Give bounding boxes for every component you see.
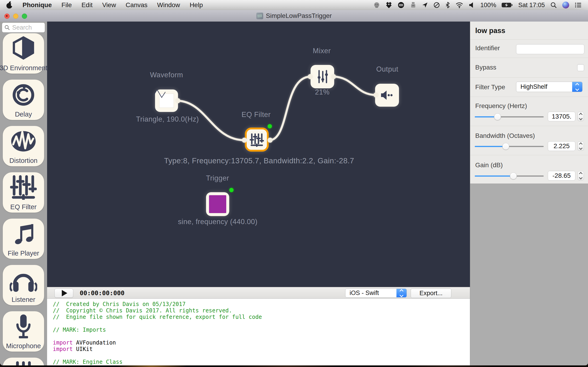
- bluetooth-icon[interactable]: [445, 2, 450, 8]
- trigger-color-swatch: [209, 195, 226, 213]
- node-label-mixer: Mixer: [313, 47, 331, 55]
- menu-help[interactable]: Help: [190, 1, 203, 9]
- robot-icon[interactable]: [410, 2, 416, 8]
- palette-item-partial[interactable]: [3, 358, 44, 365]
- timecode: 00:00:00:000: [80, 287, 124, 299]
- bandwidth-stepper[interactable]: [578, 142, 584, 151]
- port-mixer-in[interactable]: [308, 74, 313, 79]
- inspector-title: low pass: [475, 27, 505, 35]
- gain-slider-thumb[interactable]: [510, 173, 517, 179]
- palette-item-label: 3D Environment: [0, 64, 47, 72]
- bypass-label: Bypass: [475, 64, 496, 71]
- trigger-active-dot: [229, 188, 233, 192]
- gain-label: Gain (dB): [475, 161, 503, 169]
- circle-slash-icon[interactable]: [433, 2, 440, 8]
- cube-icon: [10, 35, 37, 61]
- status-icons: 100% Sat 17:05: [373, 0, 582, 10]
- node-output[interactable]: [375, 84, 399, 107]
- gain-slider[interactable]: [475, 173, 544, 179]
- code-line: // MARK: Engine Class: [53, 359, 122, 365]
- node-sub-eq-filter: Type:8, Frequency:13705.7, Bandwidth:2.2…: [164, 156, 354, 165]
- search-input[interactable]: [12, 24, 40, 31]
- menu-view[interactable]: View: [102, 1, 116, 9]
- palette-item-3d-environment[interactable]: 3D Environment: [3, 33, 44, 74]
- frequency-value-field[interactable]: 13705.: [548, 112, 575, 121]
- bandwidth-value-field[interactable]: 2.225: [548, 141, 575, 151]
- battery-charging-icon[interactable]: [502, 2, 513, 8]
- bypass-checkbox[interactable]: [577, 64, 584, 71]
- location-icon[interactable]: [422, 2, 428, 8]
- app-sphere-icon[interactable]: [373, 2, 380, 8]
- dropdown-chevrons-icon: [397, 289, 406, 297]
- menu-app-name[interactable]: Phonique: [23, 1, 52, 9]
- node-eq-filter[interactable]: [245, 127, 269, 152]
- menu-file[interactable]: File: [61, 1, 72, 9]
- desktop: Phonique File Edit View Canvas Window He…: [0, 0, 588, 367]
- palette-item-label: Delay: [15, 110, 32, 118]
- menu-canvas[interactable]: Canvas: [126, 1, 147, 9]
- search-box[interactable]: [2, 23, 45, 33]
- port-eq-in[interactable]: [242, 138, 247, 143]
- frequency-slider-thumb[interactable]: [494, 113, 501, 120]
- app-window: SimpleLowPassTrigger 3D: [0, 10, 588, 365]
- palette-item-eq-filter[interactable]: EQ Filter: [3, 172, 44, 213]
- menu-edit[interactable]: Edit: [82, 1, 93, 9]
- node-mixer[interactable]: [311, 65, 334, 88]
- node-label-eq-filter: EQ Filter: [242, 110, 271, 119]
- filter-type-dropdown[interactable]: HighShelf: [516, 82, 582, 92]
- creative-cloud-icon[interactable]: [398, 2, 405, 8]
- port-waveform-out[interactable]: [175, 98, 180, 103]
- palette-item-file-player[interactable]: File Player: [3, 219, 44, 259]
- node-canvas[interactable]: Waveform Triangle, 190.0(Hz) EQ Filter: [47, 22, 470, 287]
- frequency-label: Frequency (Hertz): [475, 102, 527, 110]
- node-label-output: Output: [376, 65, 398, 73]
- mixer-icon: [315, 69, 330, 84]
- code-line: // MARK: Imports: [53, 327, 106, 333]
- identifier-field[interactable]: [516, 44, 584, 54]
- gain-value-field[interactable]: -28.65: [548, 171, 575, 181]
- node-sub-mixer: 21%: [315, 88, 330, 96]
- node-waveform[interactable]: [155, 90, 178, 112]
- node-label-trigger: Trigger: [206, 174, 229, 182]
- palette-item-label: Distortion: [9, 157, 38, 165]
- siri-icon[interactable]: [562, 2, 569, 8]
- headphones-icon: [10, 267, 37, 292]
- menu-window[interactable]: Window: [157, 1, 180, 9]
- bandwidth-slider-thumb[interactable]: [502, 143, 509, 150]
- spotlight-icon[interactable]: [550, 2, 557, 8]
- dropbox-icon[interactable]: [386, 2, 392, 8]
- play-button[interactable]: [54, 289, 73, 298]
- node-trigger[interactable]: [206, 192, 229, 216]
- window-title: SimpleLowPassTrigger: [266, 12, 332, 19]
- code-line-blank: [53, 320, 470, 327]
- identifier-label: Identifier: [475, 44, 500, 52]
- title-bar[interactable]: SimpleLowPassTrigger: [0, 10, 588, 22]
- volume-icon[interactable]: [469, 2, 475, 8]
- triangle-wave-icon: [152, 87, 166, 101]
- node-sub-trigger: sine, frequency (440.00): [178, 218, 258, 226]
- port-eq-out[interactable]: [268, 138, 273, 143]
- code-line: // Copyright © Chris Davis 2017. All rig…: [53, 307, 232, 314]
- bandwidth-slider[interactable]: [475, 143, 544, 150]
- delay-icon: [10, 81, 37, 107]
- frequency-slider[interactable]: [475, 113, 544, 120]
- port-mixer-out[interactable]: [331, 74, 336, 79]
- transport-bar: 00:00:00:000 iOS - Swift Export...: [47, 287, 470, 299]
- eq-node-icon: [250, 133, 264, 147]
- export-button[interactable]: Export...: [411, 289, 451, 298]
- bandwidth-label: Bandwidth (Octaves): [475, 132, 535, 140]
- gain-stepper[interactable]: [578, 171, 584, 180]
- filter-type-label: Filter Type: [475, 83, 505, 91]
- palette-item-delay[interactable]: Delay: [3, 80, 44, 120]
- frequency-stepper[interactable]: [578, 112, 584, 121]
- wifi-icon[interactable]: [456, 2, 463, 8]
- apple-logo-icon[interactable]: [6, 1, 13, 9]
- palette-item-distortion[interactable]: Distortion: [3, 126, 44, 166]
- palette-item-microphone[interactable]: Microphone: [3, 311, 44, 352]
- clock[interactable]: Sat 17:05: [518, 2, 545, 9]
- palette-item-listener[interactable]: Listener: [3, 265, 44, 305]
- music-note-icon: [10, 220, 36, 246]
- port-output-in[interactable]: [373, 92, 379, 98]
- platform-dropdown[interactable]: iOS - Swift: [345, 289, 407, 298]
- notification-list-icon[interactable]: [575, 2, 582, 8]
